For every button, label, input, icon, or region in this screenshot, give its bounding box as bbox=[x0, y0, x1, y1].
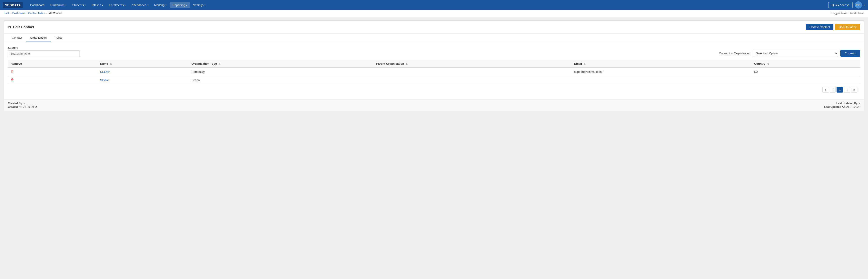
tab-organisation[interactable]: Organisation bbox=[26, 34, 51, 42]
nav-enrolments[interactable]: Enrolments ▾ bbox=[106, 2, 128, 8]
edit-contact-icon: ↻ bbox=[8, 25, 11, 30]
nav-students[interactable]: Students ▾ bbox=[70, 2, 89, 8]
quick-access-button[interactable]: Quick Access bbox=[828, 2, 852, 8]
nav-marking-chevron: ▾ bbox=[165, 4, 167, 6]
connect-button[interactable]: Connect bbox=[840, 50, 860, 57]
col-name-sort-icon: ⇅ bbox=[110, 62, 112, 65]
table-row: 🗑 SELMA Homestay support@selma.co.nz NZ bbox=[8, 68, 860, 76]
col-email[interactable]: Email ⇅ bbox=[571, 60, 751, 68]
nav-intakes-chevron: ▾ bbox=[102, 4, 103, 6]
pagination: « ‹ 1 › » bbox=[8, 84, 860, 95]
breadcrumb-dashboard-link[interactable]: Dashboard bbox=[12, 12, 26, 15]
card-footer: Created By: - Created At: 21-10-2022 Las… bbox=[4, 99, 864, 111]
navbar-links: Dashboard Curriculum ▾ Students ▾ Intake… bbox=[27, 2, 828, 8]
tab-portal[interactable]: Portal bbox=[51, 34, 66, 42]
breadcrumb-current: Edit Contact bbox=[48, 12, 62, 15]
col-remove: Remove bbox=[8, 60, 97, 68]
tabs: Contact Organisation Portal bbox=[4, 34, 864, 42]
col-org-type[interactable]: Organisation Type ⇅ bbox=[189, 60, 373, 68]
connect-to-organisation-select[interactable]: Select an Option bbox=[753, 50, 838, 57]
navbar-right: Quick Access DS ▾ bbox=[828, 1, 865, 8]
pagination-current-page[interactable]: 1 bbox=[837, 87, 843, 93]
col-email-sort-icon: ⇅ bbox=[584, 62, 586, 65]
created-at-line: Created At: 21-10-2022 bbox=[8, 105, 37, 108]
col-name[interactable]: Name ⇅ bbox=[97, 60, 189, 68]
row-1-org-type: School bbox=[189, 76, 373, 84]
app-brand: SEBDATA bbox=[3, 2, 23, 8]
nav-dashboard[interactable]: Dashboard bbox=[27, 2, 47, 8]
row-1-email bbox=[571, 76, 751, 84]
col-country-sort-icon: ⇅ bbox=[767, 62, 769, 65]
nav-curriculum-chevron: ▾ bbox=[65, 4, 66, 6]
card-title: ↻ Edit Contact bbox=[8, 25, 34, 30]
header-buttons: Update Contact Back to Index bbox=[806, 24, 860, 30]
row-0-parent-org bbox=[373, 68, 571, 76]
nav-attendance-chevron: ▾ bbox=[147, 4, 149, 6]
user-avatar[interactable]: DS bbox=[855, 1, 862, 8]
row-1-remove: 🗑 bbox=[8, 76, 97, 84]
updated-at-line: Last Updated At: 21-10-2022 bbox=[824, 105, 860, 108]
organisations-table: Remove Name ⇅ Organisation Type ⇅ bbox=[8, 60, 860, 84]
breadcrumb: Back › Dashboard › Contact Index › Edit … bbox=[4, 12, 62, 15]
row-1-country bbox=[751, 76, 860, 84]
footer-left: Created By: - Created At: 21-10-2022 bbox=[8, 102, 37, 108]
card-header: ↻ Edit Contact Update Contact Back to In… bbox=[4, 21, 864, 34]
row-0-country: NZ bbox=[751, 68, 860, 76]
pagination-last-button[interactable]: » bbox=[851, 87, 858, 93]
row-0-remove: 🗑 bbox=[8, 68, 97, 76]
user-avatar-chevron: ▾ bbox=[864, 4, 865, 6]
nav-settings[interactable]: Settings ▾ bbox=[190, 2, 208, 8]
footer-right: Last Updated By: - Last Updated At: 21-1… bbox=[824, 102, 860, 108]
nav-reporting[interactable]: Reporting ▾ bbox=[170, 2, 190, 8]
row-0-org-type: Homestay bbox=[189, 68, 373, 76]
nav-reporting-chevron: ▾ bbox=[186, 4, 187, 6]
row-0-name: SELMA bbox=[97, 68, 189, 76]
col-country[interactable]: Country ⇅ bbox=[751, 60, 860, 68]
nav-settings-chevron: ▾ bbox=[205, 4, 206, 6]
nav-curriculum[interactable]: Curriculum ▾ bbox=[48, 2, 69, 8]
nav-intakes[interactable]: Intakes ▾ bbox=[89, 2, 106, 8]
breadcrumb-contact-index-link[interactable]: Contact Index bbox=[28, 12, 45, 15]
update-contact-button[interactable]: Update Contact bbox=[806, 24, 833, 30]
organisations-table-wrapper: Remove Name ⇅ Organisation Type ⇅ bbox=[8, 60, 860, 84]
row-0-name-link[interactable]: SELMA bbox=[100, 70, 110, 73]
breadcrumb-bar: Back › Dashboard › Contact Index › Edit … bbox=[0, 10, 868, 17]
nav-attendance[interactable]: Attendance ▾ bbox=[129, 2, 151, 8]
updated-by-line: Last Updated By: - bbox=[824, 102, 860, 105]
row-1-parent-org bbox=[373, 76, 571, 84]
navbar: SEBDATA Dashboard Curriculum ▾ Students … bbox=[0, 0, 868, 10]
table-body: 🗑 SELMA Homestay support@selma.co.nz NZ bbox=[8, 68, 860, 84]
pagination-first-button[interactable]: « bbox=[823, 87, 829, 93]
nav-students-chevron: ▾ bbox=[85, 4, 86, 6]
row-1-remove-icon[interactable]: 🗑 bbox=[10, 78, 14, 82]
logged-in-label: Logged In As: David Straub bbox=[832, 12, 864, 15]
nav-enrolments-chevron: ▾ bbox=[125, 4, 126, 6]
pagination-prev-button[interactable]: ‹ bbox=[830, 87, 836, 93]
search-input[interactable] bbox=[8, 50, 80, 57]
edit-contact-card: ↻ Edit Contact Update Contact Back to In… bbox=[4, 21, 864, 111]
table-header: Remove Name ⇅ Organisation Type ⇅ bbox=[8, 60, 860, 68]
pagination-next-button[interactable]: › bbox=[844, 87, 850, 93]
breadcrumb-back-link[interactable]: Back bbox=[4, 12, 10, 15]
nav-marking[interactable]: Marking ▾ bbox=[152, 2, 169, 8]
tab-contact[interactable]: Contact bbox=[8, 34, 26, 42]
main-content: ↻ Edit Contact Update Contact Back to In… bbox=[0, 17, 868, 278]
connect-label: Connect to Organisation bbox=[719, 52, 750, 55]
row-1-name: Skyble bbox=[97, 76, 189, 84]
row-1-name-link[interactable]: Skyble bbox=[100, 79, 109, 82]
search-connect-row: Search: Connect to Organisation Select a… bbox=[8, 46, 860, 57]
connect-row: Connect to Organisation Select an Option… bbox=[719, 50, 860, 57]
search-group: Search: bbox=[8, 46, 80, 57]
col-parent-org[interactable]: Parent Organisation ⇅ bbox=[373, 60, 571, 68]
created-by-line: Created By: - bbox=[8, 102, 37, 105]
row-0-email: support@selma.co.nz bbox=[571, 68, 751, 76]
table-row: 🗑 Skyble School bbox=[8, 76, 860, 84]
col-org-type-sort-icon: ⇅ bbox=[219, 62, 221, 65]
col-parent-org-sort-icon: ⇅ bbox=[406, 62, 408, 65]
organisation-tab-content: Search: Connect to Organisation Select a… bbox=[4, 42, 864, 99]
row-0-remove-icon[interactable]: 🗑 bbox=[10, 70, 14, 74]
back-to-index-button[interactable]: Back to Index bbox=[835, 24, 860, 30]
search-label: Search: bbox=[8, 46, 80, 50]
